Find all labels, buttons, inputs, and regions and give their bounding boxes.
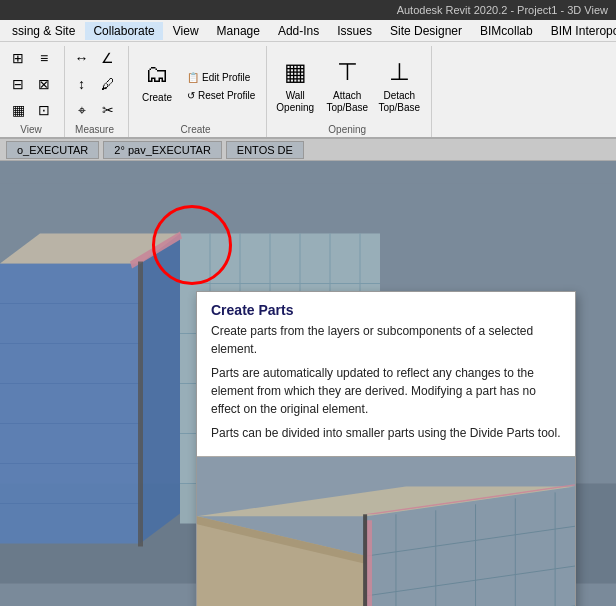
title-text: Autodesk Revit 2020.2 - Project1 - 3D Vi… [397, 4, 608, 16]
ribbon-group-view: ⊞ ⊟ ▦ ≡ ⊠ ⊡ View [6, 46, 65, 137]
title-bar: Autodesk Revit 2020.2 - Project1 - 3D Vi… [0, 0, 616, 20]
menu-addins[interactable]: Add-Ins [270, 22, 327, 40]
measure-btn-6[interactable]: ✂ [96, 98, 120, 122]
attach-icon: ⊤ [331, 56, 363, 88]
reset-profile-icon: ↺ [187, 90, 195, 101]
detach-icon: ⊥ [383, 56, 415, 88]
measure-btn-4[interactable]: ∠ [96, 46, 120, 70]
task-bar: o_EXECUTAR 2° pav_EXECUTAR ENTOS DE [0, 139, 616, 161]
view-group-label: View [20, 122, 42, 137]
ribbon-group-measure: ↔ ↕ ⌖ ∠ 🖊 ✂ Measure [69, 46, 129, 137]
attach-top-base-btn[interactable]: ⊤ Attach Top/Base [323, 52, 371, 116]
menu-sitedesigner[interactable]: Site Designer [382, 22, 470, 40]
menu-bimcollab[interactable]: BIMcollab [472, 22, 541, 40]
create-small-btns: 📋 Edit Profile ↺ Reset Profile [184, 70, 258, 103]
menu-view[interactable]: View [165, 22, 207, 40]
create-buttons: 🗂 Create 📋 Edit Profile ↺ Reset Profile [133, 46, 258, 122]
opening-group-label: Opening [328, 122, 366, 137]
task-tab-2pav-executar[interactable]: 2° pav_EXECUTAR [103, 141, 222, 159]
measure-btn-3[interactable]: ⌖ [70, 98, 94, 122]
menu-collaborate[interactable]: Collaborate [85, 22, 162, 40]
detach-top-base-btn[interactable]: ⊥ Detach Top/Base [375, 52, 423, 116]
tooltip-para-1: Create parts from the layers or subcompo… [211, 322, 561, 358]
measure-group-label: Measure [75, 122, 114, 137]
create-parts-button[interactable]: 🗂 Create [133, 54, 181, 118]
menu-bar: ssing & Site Collaborate View Manage Add… [0, 20, 616, 42]
measure-btn-1[interactable]: ↔ [70, 46, 94, 70]
menu-manage[interactable]: Manage [209, 22, 268, 40]
reset-profile-label: Reset Profile [198, 90, 255, 101]
tooltip-image: ↖ [197, 456, 575, 606]
tooltip-para-2: Parts are automatically updated to refle… [211, 364, 561, 418]
wall-opening-icon: ▦ [279, 56, 311, 88]
create-group-label: Create [181, 122, 211, 137]
svg-marker-3 [140, 234, 180, 544]
view-btn-1[interactable]: ⊞ [6, 46, 30, 70]
edit-profile-label: Edit Profile [202, 72, 250, 83]
detach-label: Detach Top/Base [377, 90, 421, 114]
measure-btn-5[interactable]: 🖊 [96, 72, 120, 96]
edit-profile-btn[interactable]: 📋 Edit Profile [184, 70, 258, 85]
view-btn-3[interactable]: ▦ [6, 98, 30, 122]
parts-icon: 🗂 [141, 58, 173, 90]
attach-label: Attach Top/Base [325, 90, 369, 114]
view-icon-col2: ≡ ⊠ ⊡ [32, 46, 56, 122]
app-window: Autodesk Revit 2020.2 - Project1 - 3D Vi… [0, 0, 616, 606]
svg-rect-2 [0, 264, 140, 544]
measure-col1: ↔ ↕ ⌖ [70, 46, 94, 122]
tooltip-popup: Create Parts Create parts from the layer… [196, 291, 576, 606]
measure-buttons: ↔ ↕ ⌖ ∠ 🖊 ✂ [70, 46, 120, 122]
view-btn-2[interactable]: ⊟ [6, 72, 30, 96]
create-large-btn-area: 🗂 Create [133, 54, 181, 118]
view-btn-6[interactable]: ⊡ [32, 98, 56, 122]
main-viewport: Create Parts Create parts from the layer… [0, 161, 616, 606]
tooltip-body: Create parts from the layers or subcompo… [197, 322, 575, 456]
edit-profile-icon: 📋 [187, 72, 199, 83]
measure-btn-2[interactable]: ↕ [70, 72, 94, 96]
wall-opening-btn[interactable]: ▦ Wall Opening [271, 52, 319, 116]
create-parts-label: Create [142, 92, 172, 103]
view-btn-5[interactable]: ⊠ [32, 72, 56, 96]
ribbon-content: ⊞ ⊟ ▦ ≡ ⊠ ⊡ View ↔ ↕ [0, 42, 616, 137]
tooltip-building-svg: ↖ [197, 456, 575, 606]
menu-issues[interactable]: Issues [329, 22, 380, 40]
menu-biminterop[interactable]: BIM Interopo [543, 22, 616, 40]
view-buttons: ⊞ ⊟ ▦ ≡ ⊠ ⊡ [6, 46, 56, 122]
ribbon-group-create: 🗂 Create 📋 Edit Profile ↺ Reset Profile [133, 46, 267, 137]
svg-rect-24 [138, 262, 143, 547]
svg-rect-40 [363, 514, 367, 606]
ribbon-group-opening: ▦ Wall Opening ⊤ Attach Top/Base ⊥ Detac… [271, 46, 432, 137]
view-btn-4[interactable]: ≡ [32, 46, 56, 70]
task-tab-entos[interactable]: ENTOS DE [226, 141, 304, 159]
wall-opening-label: Wall Opening [273, 90, 317, 114]
menu-ssing-site[interactable]: ssing & Site [4, 22, 83, 40]
tooltip-para-3: Parts can be divided into smaller parts … [211, 424, 561, 442]
measure-col2: ∠ 🖊 ✂ [96, 46, 120, 122]
ribbon-area: ⊞ ⊟ ▦ ≡ ⊠ ⊡ View ↔ ↕ [0, 42, 616, 139]
view-icon-col1: ⊞ ⊟ ▦ [6, 46, 30, 122]
tooltip-title: Create Parts [197, 292, 575, 322]
opening-buttons: ▦ Wall Opening ⊤ Attach Top/Base ⊥ Detac… [271, 46, 423, 122]
reset-profile-btn[interactable]: ↺ Reset Profile [184, 88, 258, 103]
task-tab-o-executar[interactable]: o_EXECUTAR [6, 141, 99, 159]
